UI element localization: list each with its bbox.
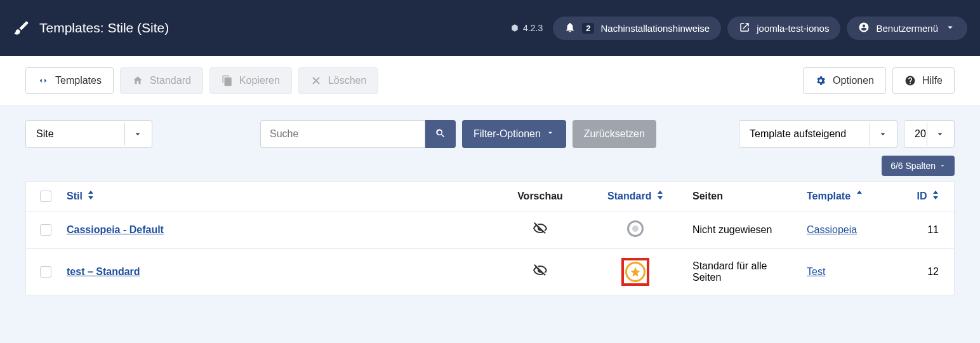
delete-label: Löschen (328, 75, 367, 86)
col-preview: Vorschau (496, 182, 585, 212)
id-cell: 11 (908, 212, 954, 249)
id-cell: 12 (908, 249, 954, 295)
pages-cell: Standard für alle Seiten (686, 249, 800, 295)
notif-badge: 2 (582, 23, 594, 34)
gear-icon (815, 75, 826, 86)
col-style[interactable]: Stil (60, 182, 496, 212)
templates-label: Templates (55, 75, 102, 86)
help-label: Hilfe (922, 75, 943, 86)
version-text: 4.2.3 (523, 23, 543, 33)
eye-off-icon[interactable] (533, 269, 548, 280)
eye-off-icon[interactable] (533, 227, 548, 238)
brush-icon (13, 19, 30, 37)
templates-button[interactable]: Templates (25, 67, 114, 94)
site-pill[interactable]: joomla-test-ionos (727, 17, 840, 40)
search-button[interactable] (425, 120, 456, 148)
styles-table: Stil Vorschau Standard Seiten Template I… (25, 181, 955, 295)
col-id[interactable]: ID (908, 182, 954, 212)
template-link[interactable]: Test (807, 266, 825, 277)
sort-icon (932, 191, 939, 199)
copy-button[interactable]: Kopieren (209, 67, 292, 94)
version-indicator[interactable]: 4.2.3 (510, 23, 543, 33)
delete-button[interactable]: Löschen (298, 67, 379, 94)
col-standard[interactable]: Standard (585, 182, 686, 212)
options-label: Optionen (833, 75, 874, 86)
table-row: Cassiopeia - Default Nicht zugewiesen Ca… (26, 212, 954, 249)
col-template[interactable]: Template (800, 182, 908, 212)
col-pages: Seiten (686, 182, 800, 212)
table-header-row: Stil Vorschau Standard Seiten Template I… (26, 182, 954, 212)
row-checkbox[interactable] (40, 266, 51, 278)
default-radio-empty[interactable] (627, 220, 644, 237)
code-icon (37, 75, 49, 86)
postinstall-pill[interactable]: 2 Nachinstallationshinweise (553, 17, 721, 40)
page-title: Templates: Stile (Site) (39, 20, 169, 36)
template-link[interactable]: Cassiopeia (807, 224, 857, 235)
copy-label: Kopieren (239, 75, 280, 86)
filter-options-label: Filter-Optionen (473, 128, 541, 140)
table-row: test – Standard Standard für alle Seiten… (26, 249, 954, 295)
sort-select-value: Template aufsteigend (750, 128, 846, 140)
sort-icon (657, 191, 663, 199)
user-icon (858, 22, 870, 35)
star-icon (625, 262, 646, 282)
chevron-down-icon (124, 123, 150, 145)
chevron-down-icon (546, 128, 555, 140)
pages-cell: Nicht zugewiesen (686, 212, 800, 249)
site-label: joomla-test-ionos (757, 23, 829, 34)
usermenu-label: Benutzermenü (876, 23, 938, 34)
site-select-value: Site (36, 128, 54, 140)
row-checkbox[interactable] (40, 224, 51, 236)
default-star-highlighted[interactable] (621, 258, 649, 286)
caret-down-icon (939, 161, 946, 171)
sort-asc-icon (856, 191, 863, 199)
help-icon (904, 75, 916, 86)
standard-button[interactable]: Standard (120, 67, 203, 94)
filter-options-button[interactable]: Filter-Optionen (462, 120, 566, 148)
close-icon (310, 75, 322, 86)
copy-icon (222, 75, 233, 86)
sort-select[interactable]: Template aufsteigend (739, 120, 897, 148)
bell-icon (564, 22, 576, 35)
topbar-right: 4.2.3 2 Nachinstallationshinweise joomla… (510, 17, 967, 40)
search-wrap (260, 120, 456, 148)
options-button[interactable]: Optionen (803, 67, 886, 94)
select-all-checkbox[interactable] (40, 191, 51, 202)
help-button[interactable]: Hilfe (892, 67, 955, 94)
chevron-down-icon (870, 123, 895, 145)
topbar: Templates: Stile (Site) 4.2.3 2 Nachinst… (0, 0, 980, 56)
search-icon (435, 128, 446, 141)
toolbar: Templates Standard Kopieren Löschen Opti… (0, 56, 980, 106)
external-link-icon (739, 22, 750, 35)
sort-icon (88, 191, 94, 199)
home-icon (132, 75, 143, 86)
page-heading: Templates: Stile (Site) (13, 19, 510, 37)
usermenu-pill[interactable]: Benutzermenü (847, 17, 967, 40)
postinstall-label: Nachinstallationshinweise (600, 23, 710, 34)
standard-label: Standard (150, 75, 191, 86)
reset-button[interactable]: Zurücksetzen (573, 120, 656, 148)
site-select[interactable]: Site (25, 120, 152, 148)
filterbar: Site Filter-Optionen Zurücksetzen Templa… (0, 106, 980, 148)
chevron-down-icon (927, 123, 952, 145)
columns-row: 6/6 Spalten (0, 148, 980, 181)
style-link[interactable]: Cassiopeia - Default (67, 224, 164, 235)
columns-button[interactable]: 6/6 Spalten (882, 156, 955, 176)
chevron-down-icon (944, 22, 956, 35)
search-input[interactable] (260, 120, 425, 148)
columns-label: 6/6 Spalten (891, 161, 936, 171)
style-link[interactable]: test – Standard (67, 266, 140, 277)
limit-select[interactable]: 20 (904, 120, 955, 148)
limit-select-value: 20 (915, 128, 926, 140)
